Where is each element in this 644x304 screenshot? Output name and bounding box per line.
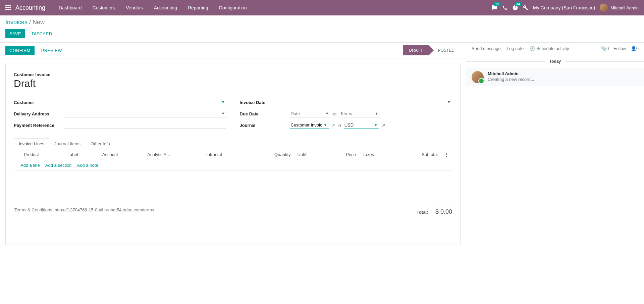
chatter-panel: Send message Log note 🕘 Schedule activit…	[466, 43, 644, 250]
avatar-icon	[600, 4, 608, 12]
terms-field[interactable]	[339, 110, 380, 117]
form-title: Draft	[14, 78, 452, 89]
send-message-button[interactable]: Send message	[472, 46, 501, 51]
breadcrumb-current: New	[33, 19, 45, 26]
col-analytic[interactable]: Analytic A...	[144, 149, 203, 160]
company-switcher[interactable]: My Company (San Francisco)	[533, 5, 595, 10]
avatar-icon	[472, 71, 484, 83]
activities-badge: 34	[515, 2, 522, 6]
col-label[interactable]: Label	[64, 149, 99, 160]
chatter-message: Mitchell Admin Creating a new record...	[466, 68, 644, 86]
label-due-date: Due Date	[240, 111, 290, 116]
top-navbar: Accounting Dashboard Customers Vendors A…	[0, 0, 644, 15]
external-link-icon[interactable]: ↗	[331, 123, 335, 128]
journal-field[interactable]	[290, 121, 329, 129]
clock-icon: 🕘	[530, 46, 535, 51]
app-brand[interactable]: Accounting	[15, 4, 45, 11]
tab-journal-items[interactable]: Journal Items	[49, 138, 86, 149]
invoice-date-field[interactable]	[290, 99, 452, 106]
save-button[interactable]: Save	[5, 29, 25, 38]
user-name: Mitchell Admin	[610, 5, 639, 10]
col-product[interactable]: Product	[20, 149, 64, 160]
status-draft[interactable]: Draft	[403, 45, 429, 55]
form-sheet: Customer Invoice Draft Customer ▼ Delive…	[5, 64, 461, 245]
message-text: Creating a new record...	[488, 77, 534, 82]
col-taxes[interactable]: Taxes	[359, 149, 395, 160]
currency-field[interactable]	[344, 121, 379, 129]
or-text: or	[333, 111, 337, 116]
form-subtitle: Customer Invoice	[14, 72, 452, 77]
col-uom[interactable]: UoM	[294, 149, 326, 160]
nav-dashboard[interactable]: Dashboard	[53, 0, 87, 15]
label-payment-reference: Payment Reference	[14, 123, 64, 128]
user-menu[interactable]: Mitchell Admin	[600, 4, 639, 12]
col-subtotal[interactable]: Subtotal	[395, 149, 441, 160]
nav-reporting[interactable]: Reporting	[182, 0, 214, 15]
activities-icon[interactable]: 34	[512, 5, 518, 11]
nav-items: Dashboard Customers Vendors Accounting R…	[53, 0, 252, 15]
breadcrumb-root[interactable]: Invoices	[5, 19, 28, 26]
tab-invoice-lines[interactable]: Invoice Lines	[14, 138, 49, 149]
payment-reference-field[interactable]	[64, 121, 226, 129]
chatter-separator: Today	[545, 59, 565, 64]
nav-customers[interactable]: Customers	[87, 0, 121, 15]
follow-button[interactable]: Follow	[613, 46, 626, 51]
nav-configuration[interactable]: Configuration	[214, 0, 252, 15]
discard-button[interactable]: Discard	[28, 29, 56, 38]
schedule-activity-button[interactable]: 🕘 Schedule activity	[530, 46, 569, 51]
in-text: in	[338, 123, 341, 128]
apps-icon[interactable]	[5, 5, 11, 11]
breadcrumb: Invoices / New	[5, 19, 639, 26]
add-note-link[interactable]: Add a note	[77, 163, 98, 168]
phone-icon[interactable]	[502, 5, 507, 10]
label-journal: Journal	[240, 123, 290, 128]
message-author: Mitchell Admin	[488, 71, 534, 76]
label-delivery-address: Delivery Address	[14, 111, 64, 116]
messages-badge: 22	[494, 2, 501, 6]
col-intrastat[interactable]: Intrastat	[203, 149, 248, 160]
total-amount: $ 0.00	[435, 206, 452, 215]
col-quantity[interactable]: Quantity	[248, 149, 294, 160]
external-link-icon[interactable]: ↗	[382, 123, 385, 128]
messages-icon[interactable]: 22	[491, 5, 497, 11]
delivery-address-field[interactable]	[64, 110, 226, 117]
col-account[interactable]: Account	[99, 149, 144, 160]
label-invoice-date: Invoice Date	[240, 100, 290, 105]
confirm-button[interactable]: Confirm	[5, 46, 35, 55]
form-tabs: Invoice Lines Journal Items Other Info	[14, 138, 452, 149]
label-customer: Customer	[14, 100, 64, 105]
add-section-link[interactable]: Add a section	[45, 163, 72, 168]
status-widget: Draft Posted	[403, 45, 461, 55]
followers-button[interactable]: 👤0	[631, 46, 639, 51]
nav-vendors[interactable]: Vendors	[120, 0, 148, 15]
customer-field[interactable]	[64, 99, 226, 106]
col-menu-icon[interactable]: ⋮	[441, 149, 452, 160]
tab-other-info[interactable]: Other Info	[86, 138, 115, 149]
debug-icon[interactable]	[523, 5, 528, 10]
attachments-button[interactable]: 📎0	[601, 46, 609, 51]
paperclip-icon: 📎	[601, 46, 606, 51]
total-label: Total:	[417, 207, 428, 215]
nav-accounting[interactable]: Accounting	[149, 0, 182, 15]
invoice-lines-table: Product Label Account Analytic A... Intr…	[14, 149, 452, 160]
add-line-link[interactable]: Add a line	[20, 163, 40, 168]
person-icon: 👤	[631, 46, 636, 51]
log-note-button[interactable]: Log note	[507, 46, 524, 51]
due-date-field[interactable]	[290, 110, 330, 117]
terms-input[interactable]	[14, 206, 289, 214]
preview-button[interactable]: Preview	[37, 46, 66, 55]
col-price[interactable]: Price	[326, 149, 359, 160]
